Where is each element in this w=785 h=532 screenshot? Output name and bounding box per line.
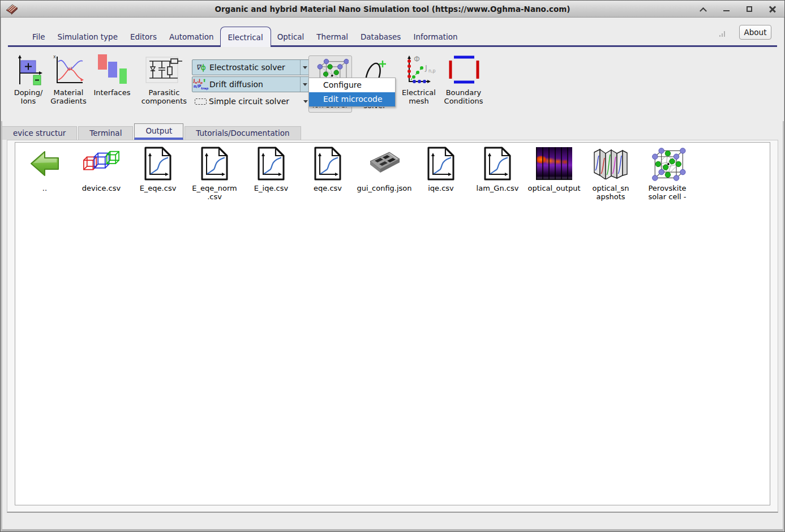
file-label: .. xyxy=(42,184,47,192)
menu-item-edit-microcode[interactable]: Edit microcode xyxy=(309,92,395,106)
menubar: File Simulation type Editors Automation … xyxy=(1,18,784,47)
svg-text:J: J xyxy=(424,63,427,72)
tab-terminal[interactable]: Terminal xyxy=(78,126,133,140)
ribbon: Doping/ Ions x Material Gradients xyxy=(1,47,784,121)
material-gradients-icon: x xyxy=(52,53,85,87)
menu-editors[interactable]: Editors xyxy=(124,32,163,41)
file-item-optical-snapshots[interactable]: optical_sn apshots xyxy=(582,145,639,201)
back-arrow-icon xyxy=(29,145,60,182)
file-label: Perovskite solar cell - xyxy=(648,184,686,201)
context-menu: Configure Edit microcode xyxy=(308,78,396,107)
interfaces-button[interactable]: Interfaces xyxy=(89,53,135,97)
file-label: optical_sn apshots xyxy=(592,184,629,201)
heatmap-thumbnail-icon xyxy=(536,145,572,182)
tab-output[interactable]: Output xyxy=(134,123,183,140)
file-label: E_iqe.csv xyxy=(254,184,288,192)
svg-text:x: x xyxy=(53,54,56,59)
file-item-perovskite-solar-cell[interactable]: Perovskite solar cell - xyxy=(639,145,696,201)
window-title: Organic and hybrid Material Nano Simulat… xyxy=(1,5,784,14)
file-label: E_eqe.csv xyxy=(140,184,177,192)
material-gradients-label: Material Gradients xyxy=(50,88,86,106)
svg-text:n,p: n,p xyxy=(428,68,436,74)
interfaces-label: Interfaces xyxy=(94,88,131,97)
tab-device-structure[interactable]: evice structur xyxy=(2,126,77,140)
app-window: Organic and hybrid Material Nano Simulat… xyxy=(0,0,785,532)
file-item-gui-config-json[interactable]: gui_config.json xyxy=(356,145,413,192)
electrical-mesh-label: Electrical mesh xyxy=(402,88,436,106)
menu-file[interactable]: File xyxy=(26,32,52,41)
file-label: gui_config.json xyxy=(357,184,411,192)
file-item-e-eqe-csv[interactable]: E_eqe.csv xyxy=(130,145,186,192)
file-label: lam_Gn.csv xyxy=(477,184,519,192)
output-panel: .. xyxy=(7,140,778,513)
csv-plot-document-icon xyxy=(200,145,229,182)
crystal-lattice-icon xyxy=(649,145,686,182)
menu-automation[interactable]: Automation xyxy=(163,32,220,41)
file-label: E_eqe_norm .csv xyxy=(192,184,237,201)
snapshots-fan-icon xyxy=(593,145,628,182)
file-item-iqe-csv[interactable]: iqe.csv xyxy=(413,145,469,192)
parasitic-components-button[interactable]: Parasitic components xyxy=(137,53,191,106)
file-item-parent-dir[interactable]: .. xyxy=(16,145,73,192)
solver-list: ∇ϕ Electrostatic solver Jn,Jp⬆n/Ptrap Dr… xyxy=(192,59,310,110)
file-grid: .. xyxy=(15,143,770,201)
file-item-e-eqe-norm-csv[interactable]: E_eqe_norm .csv xyxy=(186,145,243,201)
csv-plot-document-icon xyxy=(144,145,172,182)
csv-plot-document-icon xyxy=(483,145,512,182)
file-item-device-csv[interactable]: device.csv xyxy=(73,145,130,192)
tab-tutorials-documentation[interactable]: Tutorials/Documentation xyxy=(185,126,301,140)
parasitic-components-icon xyxy=(145,53,183,87)
file-label: eqe.csv xyxy=(314,184,342,192)
file-label: device.csv xyxy=(82,184,121,192)
doping-ions-icon xyxy=(12,53,44,87)
boundary-conditions-button[interactable]: Boundary Conditions xyxy=(441,53,486,106)
file-item-lam-gn-csv[interactable]: lam_Gn.csv xyxy=(469,145,526,192)
file-browser: .. xyxy=(15,142,770,505)
file-label: optical_output xyxy=(527,184,580,192)
file-item-optical-output[interactable]: optical_output xyxy=(526,145,582,192)
boundary-conditions-icon xyxy=(446,53,481,87)
drift-diffusion-icon: Jn,Jp⬆n/Ptrap xyxy=(192,79,209,90)
menu-databases[interactable]: Databases xyxy=(354,32,407,41)
file-label: iqe.csv xyxy=(428,184,454,192)
simple-circuit-solver-button[interactable]: Simple circuit solver xyxy=(192,93,310,109)
chip-icon xyxy=(366,145,403,182)
csv-plot-document-icon xyxy=(427,145,455,182)
material-gradients-button[interactable]: x Material Gradients xyxy=(48,53,89,106)
menu-thermal[interactable]: Thermal xyxy=(310,32,354,41)
signal-strength-icon xyxy=(719,31,726,37)
maximize-icon[interactable] xyxy=(745,5,753,13)
menu-information[interactable]: Information xyxy=(407,32,464,41)
app-icon xyxy=(5,2,19,16)
file-item-e-iqe-csv[interactable]: E_iqe.csv xyxy=(243,145,299,192)
csv-plot-document-icon xyxy=(314,145,342,182)
parasitic-components-label: Parasitic components xyxy=(141,88,187,106)
about-button[interactable]: About xyxy=(739,25,771,40)
wireframe-cubes-icon xyxy=(83,145,120,182)
file-item-eqe-csv[interactable]: eqe.csv xyxy=(299,145,356,192)
drift-diffusion-button[interactable]: Jn,Jp⬆n/Ptrap Drift diffusion xyxy=(192,76,310,92)
electrical-mesh-button[interactable]: Φ J n,p Electrical mesh xyxy=(397,53,440,106)
menu-optical[interactable]: Optical xyxy=(271,32,311,41)
minimize-icon[interactable] xyxy=(722,5,730,13)
boundary-conditions-label: Boundary Conditions xyxy=(444,88,483,106)
csv-plot-document-icon xyxy=(257,145,285,182)
electrostatic-solver-icon: ∇ϕ xyxy=(192,63,209,72)
electrostatic-solver-button[interactable]: ∇ϕ Electrostatic solver xyxy=(192,59,310,75)
simple-circuit-solver-icon xyxy=(192,98,209,105)
interfaces-icon xyxy=(96,53,128,87)
menu-item-configure[interactable]: Configure xyxy=(309,78,395,92)
doping-ions-button[interactable]: Doping/ Ions xyxy=(9,53,48,106)
shade-icon[interactable] xyxy=(699,5,707,13)
svg-text:Φ: Φ xyxy=(414,54,420,63)
menu-simulation-type[interactable]: Simulation type xyxy=(52,32,124,41)
close-icon[interactable] xyxy=(769,5,777,13)
subtabs: evice structur Terminal Output Tutorials… xyxy=(1,121,784,140)
titlebar: Organic and hybrid Material Nano Simulat… xyxy=(1,1,784,18)
menu-electrical-active[interactable]: Electrical xyxy=(220,27,271,47)
window-controls xyxy=(699,1,777,18)
electrical-mesh-icon: Φ J n,p xyxy=(401,53,436,87)
doping-ions-label: Doping/ Ions xyxy=(14,88,43,106)
